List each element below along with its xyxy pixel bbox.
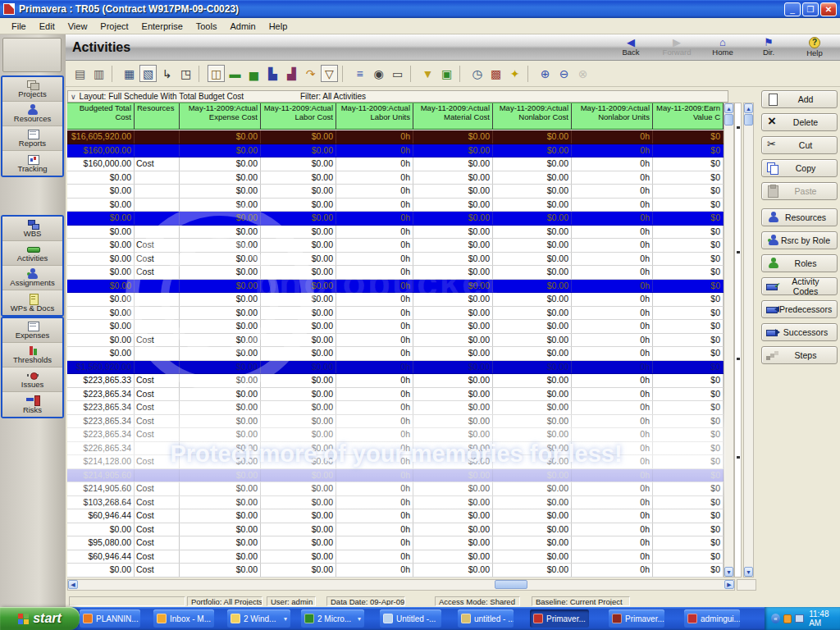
taskbar-button[interactable]: Untitled -... [380, 609, 441, 628]
group-sort-icon[interactable]: ≡ [351, 65, 368, 82]
scroll-thumb[interactable] [495, 580, 527, 589]
table-row[interactable]: $160,000.00Cost$0.00$0.000h$0.00$0.000h$… [67, 158, 725, 171]
table-row[interactable]: $0.00Cost$0.00$0.000h$0.00$0.000h$0 [67, 266, 725, 280]
table-row[interactable]: $1,560,920.00$0.00$0.000h$0.00$0.000h$0 [67, 361, 725, 375]
level-resources-icon[interactable]: ▩ [487, 65, 504, 82]
zoom-out-icon[interactable]: ⊖ [555, 65, 573, 82]
network-icon[interactable] [795, 614, 804, 623]
sidebar-item-assignments[interactable]: Assignments [2, 266, 62, 290]
progress-spotlight-icon[interactable]: ✦ [506, 65, 523, 82]
table-row[interactable]: $16,605,920.00$0.00$0.000h$0.00$0.000h$0 [67, 130, 725, 144]
menu-item-admin[interactable]: Admin [223, 20, 262, 33]
filter-icon[interactable]: ▼ [419, 65, 436, 82]
scroll-up-icon[interactable]: ▲ [744, 103, 753, 113]
table-row[interactable]: $0.00Cost$0.00$0.000h$0.00$0.000h$0 [67, 564, 725, 578]
activity-usage-icon[interactable]: ▅ [245, 65, 262, 82]
taskbar-button[interactable]: untitled - ... [458, 609, 514, 628]
steps-button[interactable]: Steps [761, 346, 838, 364]
menu-item-view[interactable]: View [62, 20, 94, 33]
scroll-right-icon[interactable]: ▶ [724, 580, 734, 589]
table-row[interactable]: $214,905.60Cost$0.00$0.000h$0.00$0.000h$… [67, 482, 725, 496]
table-row[interactable]: $223,865.34Cost$0.00$0.000h$0.00$0.000h$… [67, 401, 725, 415]
nav-back-button[interactable]: ◀Back [614, 37, 648, 57]
table-row[interactable]: $226,865.34$0.00$0.000h$0.00$0.000h$0 [67, 442, 725, 456]
table-row[interactable]: $223,865.34Cost$0.00$0.000h$0.00$0.000h$… [67, 415, 725, 429]
collapse-icon[interactable]: ▽ [321, 65, 338, 82]
scroll-down-icon[interactable]: ▼ [744, 567, 753, 577]
start-button[interactable]: start [0, 607, 80, 630]
print-preview-icon[interactable]: ▥ [90, 65, 107, 82]
sidebar-item-resources[interactable]: Resources [2, 102, 62, 126]
schedule-icon[interactable]: ◷ [468, 65, 486, 82]
taskbar-button[interactable]: Inbox - M... [153, 609, 214, 628]
columns-edit-icon[interactable]: ▭ [389, 65, 406, 82]
nav-help-button[interactable]: ?Help [797, 37, 832, 57]
column-header[interactable]: May-11-2009:Actual Nonlabor Cost [493, 103, 572, 129]
columns-icon[interactable]: ▦ [121, 65, 138, 82]
menu-item-file[interactable]: File [5, 20, 33, 33]
taskbar-button[interactable]: 2 Micro...▾ [301, 609, 364, 628]
table-row[interactable]: $0.00Cost$0.00$0.000h$0.00$0.000h$0 [67, 239, 725, 253]
table-row[interactable]: $223,865.34Cost$0.00$0.000h$0.00$0.000h$… [67, 428, 725, 442]
menu-item-edit[interactable]: Edit [33, 20, 62, 33]
sidebar-item-issues[interactable]: Issues [2, 368, 62, 392]
table-row[interactable]: $223,865.33Cost$0.00$0.000h$0.00$0.000h$… [67, 374, 725, 388]
resource-profile-icon[interactable]: ▟ [283, 65, 300, 82]
sidebar-item-wps-docs[interactable]: WPs & Docs [2, 290, 62, 315]
table-layout-icon[interactable]: ▧ [139, 65, 157, 82]
taskbar-button[interactable]: PLANNIN... [80, 609, 140, 628]
table-row[interactable]: $0.00Cost$0.00$0.000h$0.00$0.000h$0 [67, 523, 725, 537]
table-row[interactable]: $103,268.64Cost$0.00$0.000h$0.00$0.000h$… [67, 496, 725, 510]
menu-item-project[interactable]: Project [94, 20, 135, 33]
table-row[interactable]: $0.00$0.00$0.000h$0.00$0.000h$0 [67, 185, 725, 199]
sidebar-item-activities[interactable]: Activities [2, 241, 62, 266]
table-row[interactable]: $0.00$0.00$0.000h$0.00$0.000h$0 [67, 280, 725, 294]
sidebar-item-expenses[interactable]: Expenses [2, 318, 62, 343]
gantt-horizontal-scrollbar[interactable] [737, 579, 756, 591]
column-header[interactable]: May-11-2009:Actual Expense Cost [180, 103, 261, 129]
nav-home-button[interactable]: ⌂Home [705, 37, 740, 57]
table-row[interactable]: $0.00Cost$0.00$0.000h$0.00$0.000h$0 [67, 253, 725, 267]
table-row[interactable]: $223,865.34Cost$0.00$0.000h$0.00$0.000h$… [67, 388, 725, 402]
successors-button[interactable]: Successors [761, 323, 838, 341]
taskbar-button[interactable]: 2 Wind...▾ [227, 609, 290, 628]
table-row[interactable]: $0.00$0.00$0.000h$0.00$0.000h$0 [67, 320, 725, 334]
table-row[interactable]: $214,128.00Cost$0.00$0.000h$0.00$0.000h$… [67, 455, 725, 469]
find-icon[interactable]: ◉ [370, 65, 387, 82]
column-header[interactable]: May-11-2009:Actual Labor Units [336, 103, 413, 129]
table-row[interactable]: $0.00$0.00$0.000h$0.00$0.000h$0 [67, 212, 725, 226]
table-row[interactable]: $60,946.44Cost$0.00$0.000h$0.00$0.000h$0 [67, 550, 725, 564]
column-header[interactable]: May-11-2009:Actual Nonlabor Units [572, 103, 653, 129]
delete-button[interactable]: Delete [761, 113, 838, 131]
table-row[interactable]: $0.00Cost$0.00$0.000h$0.00$0.000h$0 [67, 334, 725, 348]
menu-item-tools[interactable]: Tools [189, 20, 224, 33]
gantt-chart-icon[interactable]: ▬ [226, 65, 244, 82]
sidebar-item-reports[interactable]: Reports [2, 126, 62, 151]
table-row[interactable]: $0.00$0.00$0.000h$0.00$0.000h$0 [67, 293, 725, 307]
sidebar-item-thresholds[interactable]: Thresholds [2, 343, 62, 368]
rsrc-by-role-button[interactable]: Rsrc by Role [761, 231, 838, 249]
bottom-layout-icon[interactable]: ◫ [208, 65, 225, 82]
scroll-up-icon[interactable]: ▲ [724, 103, 733, 113]
table-row[interactable]: $60,946.44Cost$0.00$0.000h$0.00$0.000h$0 [67, 509, 725, 523]
activity-codes-button[interactable]: Activity Codes [761, 277, 838, 295]
table-row[interactable]: $0.00$0.00$0.000h$0.00$0.000h$0 [67, 347, 725, 361]
table-row[interactable]: $160,000.00$0.00$0.000h$0.00$0.000h$0 [67, 144, 725, 158]
grid-horizontal-scrollbar[interactable]: ◀ ▶ [67, 579, 735, 591]
column-header[interactable]: May-11-2009:Actual Material Cost [413, 103, 493, 129]
cut-button[interactable]: Cut [761, 136, 838, 154]
grid-vertical-scrollbar[interactable]: ▲ ▼ [724, 103, 734, 578]
scroll-left-icon[interactable]: ◀ [68, 580, 78, 589]
sidebar-item-projects[interactable]: Projects [2, 77, 62, 102]
sidebar-item-wbs[interactable]: WBS [2, 217, 62, 241]
sidebar-item-tracking[interactable]: Tracking [2, 151, 62, 176]
copy-button[interactable]: Copy [761, 159, 838, 177]
table-row[interactable]: $95,080.00Cost$0.00$0.000h$0.00$0.000h$0 [67, 536, 725, 550]
layout-bar[interactable]: ∨ Layout: Full Schedule With Total Budge… [67, 90, 728, 103]
hide-icons-icon[interactable]: « [771, 614, 780, 623]
add-button[interactable]: Add [761, 90, 838, 108]
resources-button[interactable]: Resources [761, 208, 838, 226]
taskbar-button[interactable]: admingui... [684, 609, 740, 628]
close-button[interactable]: ✕ [820, 2, 837, 16]
minimize-button[interactable]: _ [784, 2, 801, 16]
